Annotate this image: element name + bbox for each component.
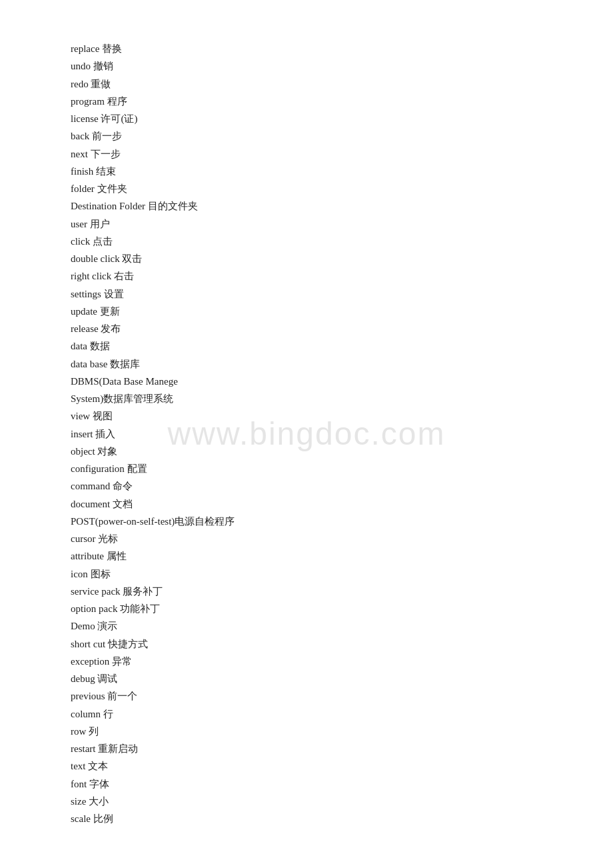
list-item: Destination Folder 目的文件夹 — [71, 197, 542, 215]
list-item: view 视图 — [71, 407, 542, 425]
list-item: size 大小 — [71, 793, 542, 810]
list-item: column 行 — [71, 705, 542, 723]
list-item: settings 设置 — [71, 285, 542, 303]
content-list: replace 替换undo 撤销redo 重做program 程序licens… — [71, 40, 542, 827]
list-item: text 文本 — [71, 757, 542, 775]
list-item: command 命令 — [71, 477, 542, 495]
list-item: short cut 快捷方式 — [71, 635, 542, 653]
list-item: font 字体 — [71, 775, 542, 793]
list-item: folder 文件夹 — [71, 180, 542, 197]
list-item: program 程序 — [71, 93, 542, 110]
list-item: DBMS(Data Base Manege — [71, 373, 542, 390]
list-item: right click 右击 — [71, 267, 542, 285]
list-item: System)数据库管理系统 — [71, 390, 542, 407]
list-item: double click 双击 — [71, 250, 542, 267]
list-item: scale 比例 — [71, 810, 542, 827]
list-item: previous 前一个 — [71, 687, 542, 705]
list-item: option pack 功能补丁 — [71, 600, 542, 617]
list-item: restart 重新启动 — [71, 740, 542, 757]
list-item: finish 结束 — [71, 163, 542, 180]
list-item: object 对象 — [71, 443, 542, 460]
list-item: row 列 — [71, 723, 542, 740]
list-item: data 数据 — [71, 337, 542, 355]
list-item: icon 图标 — [71, 565, 542, 583]
list-item: user 用户 — [71, 215, 542, 233]
list-item: click 点击 — [71, 233, 542, 250]
list-item: next 下一步 — [71, 145, 542, 163]
list-item: license 许可(证) — [71, 110, 542, 127]
list-item: data base 数据库 — [71, 355, 542, 373]
list-item: service pack 服务补丁 — [71, 583, 542, 600]
list-item: replace 替换 — [71, 40, 542, 57]
list-item: redo 重做 — [71, 75, 542, 93]
list-item: insert 插入 — [71, 425, 542, 443]
list-item: document 文档 — [71, 495, 542, 513]
list-item: Demo 演示 — [71, 617, 542, 635]
list-item: debug 调试 — [71, 670, 542, 687]
list-item: undo 撤销 — [71, 57, 542, 75]
list-item: POST(power-on-self-test)电源自检程序 — [71, 513, 542, 530]
list-item: exception 异常 — [71, 653, 542, 670]
list-item: cursor 光标 — [71, 530, 542, 547]
list-item: attribute 属性 — [71, 547, 542, 565]
list-item: back 前一步 — [71, 127, 542, 145]
list-item: release 发布 — [71, 320, 542, 337]
list-item: configuration 配置 — [71, 460, 542, 477]
list-item: update 更新 — [71, 303, 542, 320]
